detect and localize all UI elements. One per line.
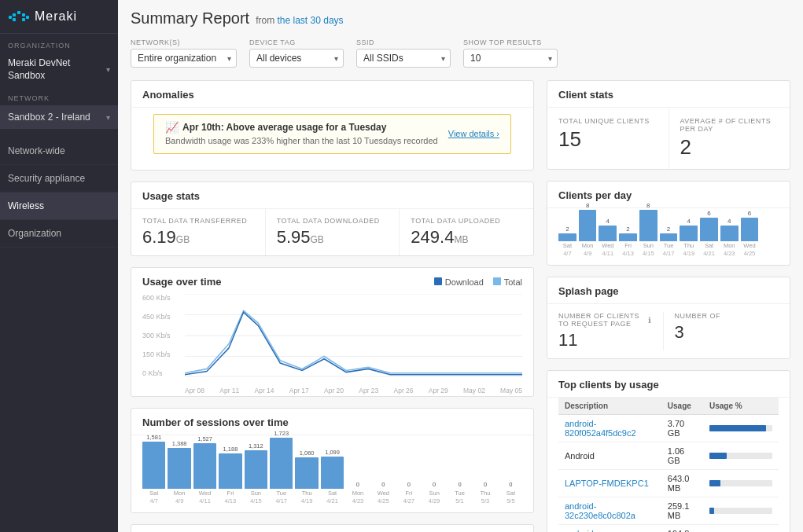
sessions-chart-title: Number of sessions over time [131, 409, 533, 435]
table-row: android-706b253289a5e691 194.8 MB [558, 525, 779, 533]
device-tag-label: DEVICE TAG [249, 39, 344, 46]
ssid-filter: SSID All SSIDs [356, 39, 451, 68]
clients-request-stat: NUMBER OF CLIENTS TO REQUEST PAGE ℹ 11 [558, 312, 664, 350]
clients-per-day-bar [558, 233, 576, 241]
x-label-3: Apr 14 [255, 387, 274, 394]
client-usage-pct-cell [703, 415, 779, 442]
usage-chart-area: 600 Kb/s 450 Kb/s 300 Kb/s 150 Kb/s 0 Kb… [131, 294, 533, 396]
clients-per-day-bar-group: 8Mon4/9 [579, 202, 597, 257]
number-of-value: 3 [675, 322, 768, 343]
clients-per-day-card: Clients per day 2Sat4/78Mon4/94Wed4/112F… [547, 181, 790, 266]
x-label-8: Apr 29 [429, 387, 448, 394]
session-date-label: Sun [251, 490, 261, 497]
session-count-label: 1,388 [172, 440, 187, 447]
clients-per-day-bar [639, 210, 658, 241]
device-tag-select[interactable]: All devices [249, 49, 344, 68]
session-day-label: 4/17 [275, 497, 287, 504]
anomaly-heading: 📈 Apr 10th: Above average usage for a Tu… [165, 121, 438, 134]
top-results-select[interactable]: 10 [463, 49, 558, 68]
sidebar-item-security-appliance[interactable]: Security appliance [0, 165, 118, 193]
usage-line-chart [185, 294, 522, 377]
clients-per-day-bar [700, 218, 718, 241]
session-date-label: Wed [199, 490, 211, 497]
session-date-label: Fri [227, 490, 234, 497]
total-downloaded-label: TOTAL DATA DOWNLOADED [277, 217, 389, 225]
session-day-label: 4/23 [352, 497, 364, 504]
top-results-filter: SHOW TOP RESULTS 10 [463, 39, 558, 68]
session-day-label: 4/15 [250, 497, 262, 504]
total-transferred-label: TOTAL DATA TRANSFERRED [142, 217, 254, 225]
session-count-label: 0 [381, 481, 385, 488]
device-tag-filter: DEVICE TAG All devices [249, 39, 344, 68]
clients-per-day-bar-group: 2Fri4/13 [619, 226, 637, 257]
svg-rect-5 [13, 18, 16, 21]
networks-select-wrapper: Entire organization [131, 49, 237, 68]
cisco-logo-icon [8, 9, 30, 24]
usage-stats-row: TOTAL DATA TRANSFERRED 6.19GB TOTAL DATA… [131, 209, 533, 255]
clients-day-label: 4/13 [622, 250, 634, 257]
session-bar-group: 0Sun4/29 [422, 481, 445, 504]
clients-date-label: Thu [683, 242, 694, 249]
sidebar-item-organization[interactable]: Organization [0, 220, 118, 248]
ssid-select[interactable]: All SSIDs [356, 49, 451, 68]
session-bar-group: 0Fri4/27 [397, 481, 420, 504]
client-link[interactable]: android-820f052a4f5dc9c2 [565, 419, 636, 438]
two-col-layout: Anomalies 📈 Apr 10th: Above average usag… [131, 80, 790, 532]
client-usage-cell: 259.1 MB [661, 497, 703, 525]
total-legend: Total [493, 277, 522, 287]
session-bar-group: 1,060Thu4/19 [295, 449, 318, 504]
period-link[interactable]: the last 30 days [278, 15, 344, 26]
page-header: Summary Report from the last 30 days [131, 9, 790, 28]
session-day-label: 4/13 [225, 497, 237, 504]
session-date-label: Sun [429, 490, 439, 497]
top-ssids-card: Top SSIDs by usage Name Encryption # Cli… [131, 524, 534, 532]
usage-bar-bg [709, 508, 772, 514]
client-link[interactable]: LAPTOP-FMDEKPC1 [565, 479, 649, 488]
svg-rect-6 [22, 18, 25, 21]
usage-bar-fill [709, 425, 766, 431]
clients-per-day-bar-group: 6Sat4/21 [700, 210, 718, 257]
x-label-1: Apr 08 [185, 387, 204, 394]
session-count-label: 0 [356, 481, 359, 488]
clients-day-label: 4/25 [744, 250, 756, 257]
client-link[interactable]: android-32c230e8c0c802a [565, 501, 635, 520]
session-date-label: Mon [352, 490, 364, 497]
client-link[interactable]: android-706b253289a5e691 [565, 529, 642, 532]
number-of-label: NUMBER OF [675, 312, 768, 320]
clients-per-day-bar [579, 210, 597, 241]
session-count-label: 1,723 [274, 430, 289, 437]
session-date-label: Wed [378, 490, 389, 497]
session-bar-group: 1,099Sat4/21 [321, 449, 344, 504]
usage-bar-bg [709, 453, 772, 459]
clients-day-label: 4/19 [683, 250, 694, 257]
sessions-bar-chart: 1,581Sat4/71,388Mon4/91,527Wed4/111,188F… [142, 442, 522, 504]
session-day-label: 4/11 [199, 497, 211, 504]
usage-bar-bg [709, 425, 772, 431]
session-bar [193, 443, 216, 489]
anomalies-title: Anomalies [131, 81, 533, 108]
org-selector[interactable]: Meraki DevNet Sandbox ▾ [0, 53, 118, 86]
usage-bar-fill [709, 453, 727, 459]
networks-select[interactable]: Entire organization [131, 49, 237, 68]
network-selector[interactable]: Sandbox 2 - Ireland ▾ [0, 105, 118, 130]
session-bar-group: 0Wed4/25 [372, 481, 395, 504]
total-legend-dot [493, 277, 501, 285]
client-desc-cell: Android [558, 442, 661, 470]
clients-count-label: 8 [586, 202, 589, 209]
sidebar-item-network-wide[interactable]: Network-wide [0, 138, 118, 165]
client-usage-pct-cell [703, 442, 779, 470]
anomaly-view-details-link[interactable]: View details › [448, 129, 499, 138]
client-usage-pct-cell [703, 470, 779, 497]
client-usage-pct-col: Usage % [703, 398, 779, 415]
session-bar-group: 1,312Sun4/15 [245, 442, 267, 504]
trend-icon: 📈 [165, 121, 179, 134]
session-bar-group: 1,188Fri4/13 [219, 446, 241, 504]
session-bar [142, 442, 165, 489]
top-clients-title: Top clients by usage [547, 371, 790, 398]
session-day-label: 4/9 [175, 497, 183, 504]
total-transferred-stat: TOTAL DATA TRANSFERRED 6.19GB [131, 209, 266, 255]
session-bar [321, 457, 344, 489]
sidebar-item-wireless[interactable]: Wireless [0, 193, 118, 220]
org-name: Meraki DevNet Sandbox [8, 57, 106, 82]
clients-date-label: Sat [563, 242, 572, 249]
